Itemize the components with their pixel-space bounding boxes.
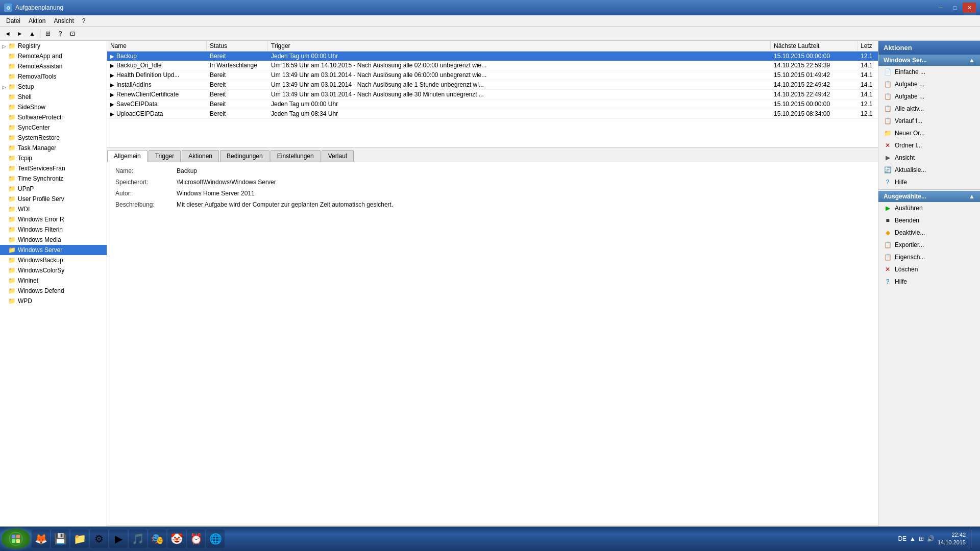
sidebar-item-softwareprotection[interactable]: 📁 SoftwareProtecti xyxy=(0,112,107,122)
action-alle-aktiv[interactable]: 📋 Alle aktiv... xyxy=(878,103,980,115)
action-aufgabe2[interactable]: 📋 Aufgabe ... xyxy=(878,90,980,103)
sidebar-item-remoteassistance[interactable]: 📁 RemoteAssistan xyxy=(0,61,107,71)
action-neuer-ordner[interactable]: 📁 Neuer Or... xyxy=(878,127,980,139)
taskbar-clown[interactable]: 🤡 xyxy=(167,530,186,548)
taskbar-clock[interactable]: ⏰ xyxy=(187,530,205,548)
task-rows-container[interactable]: ▶Backup Bereit Jeden Tag um 00:00 Uhr 15… xyxy=(107,52,878,141)
actions-windows-server-header[interactable]: Windows Ser... ▲ xyxy=(878,55,980,66)
sidebar-item-registry[interactable]: ▷ 📁 Registry xyxy=(0,41,107,51)
taskbar-app3[interactable]: 🎭 xyxy=(148,530,166,548)
sidebar-item-wdi[interactable]: 📁 WDI xyxy=(0,204,107,214)
action-loeschen[interactable]: ✕ Löschen xyxy=(878,263,980,276)
taskbar-explorer[interactable]: 💾 xyxy=(51,530,69,548)
action-ansicht[interactable]: ▶ Ansicht xyxy=(878,152,980,164)
tab-bedingungen[interactable]: Bedingungen xyxy=(220,150,270,162)
sidebar-item-tcpip[interactable]: 📁 Tcpip xyxy=(0,153,107,163)
table-row[interactable]: ▶SaveCEIPData Bereit Jeden Tag um 00:00 … xyxy=(107,99,878,109)
col-header-last[interactable]: Letz xyxy=(857,41,878,51)
action-deaktivieren[interactable]: ◆ Deaktivie... xyxy=(878,227,980,239)
table-row[interactable]: ▶Health Definition Upd... Bereit Um 13:4… xyxy=(107,70,878,80)
toolbar-properties[interactable]: ⊡ xyxy=(67,28,78,39)
taskbar-show-desktop[interactable] xyxy=(971,530,974,548)
action-eigenschaften[interactable]: 📋 Eigensch... xyxy=(878,251,980,263)
taskbar-globe[interactable]: 🌐 xyxy=(206,530,225,548)
row-name[interactable]: ▶Backup xyxy=(107,52,207,61)
action-verlauf[interactable]: 📋 Verlauf f... xyxy=(878,115,980,127)
table-row[interactable]: ▶Backup Bereit Jeden Tag um 00:00 Uhr 15… xyxy=(107,52,878,61)
row-name[interactable]: ▶InstallAddIns xyxy=(107,80,207,89)
sidebar-item-sideshow[interactable]: 📁 SideShow xyxy=(0,102,107,112)
action-aufgabe1[interactable]: 📋 Aufgabe ... xyxy=(878,78,980,90)
toolbar-show[interactable]: ⊞ xyxy=(42,28,54,39)
section-collapse-icon[interactable]: ▲ xyxy=(969,57,975,64)
tab-allgemein[interactable]: Allgemein xyxy=(107,150,148,162)
section-collapse-icon[interactable]: ▲ xyxy=(969,193,975,200)
actions-selected-header[interactable]: Ausgewählte... ▲ xyxy=(878,191,980,202)
sidebar-item-windowsfiltering[interactable]: 📁 Windows Filterin xyxy=(0,224,107,235)
sidebar-item-upnp[interactable]: 📁 UPnP xyxy=(0,184,107,194)
sidebar-item-userprofile[interactable]: 📁 User Profile Serv xyxy=(0,194,107,204)
sidebar-item-wininet[interactable]: 📁 Wininet xyxy=(0,276,107,286)
row-name[interactable]: ▶UploadCEIPData xyxy=(107,109,207,118)
tab-einstellungen[interactable]: Einstellungen xyxy=(271,150,321,162)
col-header-status[interactable]: Status xyxy=(207,41,268,51)
sidebar-item-taskmanager[interactable]: 📁 Task Manager xyxy=(0,143,107,153)
taskbar-arrow-icon[interactable]: ▲ xyxy=(910,535,916,542)
menu-ansicht[interactable]: Ansicht xyxy=(50,16,78,26)
table-row[interactable]: ▶RenewClientCertificate Bereit Um 13:49 … xyxy=(107,90,878,99)
action-exportieren[interactable]: 📋 Exportier... xyxy=(878,239,980,251)
menu-aktion[interactable]: Aktion xyxy=(24,16,50,26)
sidebar-item-synccenter[interactable]: 📁 SyncCenter xyxy=(0,122,107,133)
taskbar-media2[interactable]: 🎵 xyxy=(129,530,147,548)
taskbar-time[interactable]: 22:42 14.10.2015 xyxy=(938,531,966,547)
row-name[interactable]: ▶SaveCEIPData xyxy=(107,99,207,109)
row-name[interactable]: ▶RenewClientCertificate xyxy=(107,90,207,99)
sidebar-item-windowscolorsystem[interactable]: 📁 WindowsColorSy xyxy=(0,265,107,276)
tab-verlauf[interactable]: Verlauf xyxy=(322,150,354,162)
sidebar-item-windowserror[interactable]: 📁 Windows Error R xyxy=(0,214,107,224)
col-header-name[interactable]: Name xyxy=(107,41,207,51)
action-ordner-loeschen[interactable]: ✕ Ordner l... xyxy=(878,139,980,152)
taskbar-volume-icon[interactable]: 🔊 xyxy=(927,535,935,542)
sidebar-item-textservices[interactable]: 📁 TextServicesFran xyxy=(0,163,107,173)
toolbar-back[interactable]: ◄ xyxy=(2,28,13,39)
sidebar-item-timesync[interactable]: 📁 Time Synchroniz xyxy=(0,173,107,184)
toolbar-up[interactable]: ▲ xyxy=(27,28,38,39)
sidebar-item-remoteapp[interactable]: 📁 RemoteApp and xyxy=(0,51,107,61)
row-name[interactable]: ▶Health Definition Upd... xyxy=(107,70,207,80)
sidebar-item-removaltools[interactable]: 📁 RemovalTools xyxy=(0,71,107,82)
col-header-nextrun[interactable]: Nächste Laufzeit xyxy=(771,41,857,51)
start-button[interactable] xyxy=(2,529,30,548)
tab-trigger[interactable]: Trigger xyxy=(149,150,181,162)
table-row[interactable]: ▶Backup_On_Idle In Warteschlange Um 16:5… xyxy=(107,61,878,70)
sidebar-item-windowsmedia[interactable]: 📁 Windows Media xyxy=(0,235,107,245)
action-ausfuehren[interactable]: ▶ Ausführen xyxy=(878,202,980,214)
taskbar-settings[interactable]: ⚙ xyxy=(90,530,108,548)
action-einfache[interactable]: 📄 Einfache ... xyxy=(878,66,980,78)
minimize-button[interactable]: ─ xyxy=(934,3,947,13)
sidebar-item-shell[interactable]: 📁 Shell xyxy=(0,92,107,102)
sidebar-item-setup[interactable]: ▷ 📁 Setup xyxy=(0,82,107,92)
menu-datei[interactable]: Datei xyxy=(2,16,24,26)
menu-help[interactable]: ? xyxy=(78,16,90,26)
toolbar-forward[interactable]: ► xyxy=(14,28,26,39)
sidebar-item-windowsdefender[interactable]: 📁 Windows Defend xyxy=(0,286,107,296)
action-hilfe2[interactable]: ? Hilfe xyxy=(878,276,980,288)
sidebar-item-wpd[interactable]: 📁 WPD xyxy=(0,296,107,306)
toolbar-help[interactable]: ? xyxy=(55,28,66,39)
taskbar-folder[interactable]: 📁 xyxy=(70,530,89,548)
action-hilfe1[interactable]: ? Hilfe xyxy=(878,176,980,188)
row-name[interactable]: ▶Backup_On_Idle xyxy=(107,61,207,70)
sidebar-item-systemrestore[interactable]: 📁 SystemRestore xyxy=(0,133,107,143)
close-button[interactable]: ✕ xyxy=(963,3,976,13)
taskbar-firefox[interactable]: 🦊 xyxy=(32,530,50,548)
col-header-trigger[interactable]: Trigger xyxy=(268,41,771,51)
action-aktualisieren[interactable]: 🔄 Aktualisie... xyxy=(878,164,980,176)
sidebar-item-windowsserver[interactable]: 📁 Windows Server xyxy=(0,245,107,255)
sidebar-item-windowsbackup[interactable]: 📁 WindowsBackup xyxy=(0,255,107,265)
taskbar-media1[interactable]: ▶ xyxy=(109,530,128,548)
table-row[interactable]: ▶UploadCEIPData Bereit Jeden Tag um 08:3… xyxy=(107,109,878,119)
table-row[interactable]: ▶InstallAddIns Bereit Um 13:49 Uhr am 03… xyxy=(107,80,878,90)
action-beenden[interactable]: ■ Beenden xyxy=(878,214,980,227)
maximize-button[interactable]: □ xyxy=(948,3,962,13)
